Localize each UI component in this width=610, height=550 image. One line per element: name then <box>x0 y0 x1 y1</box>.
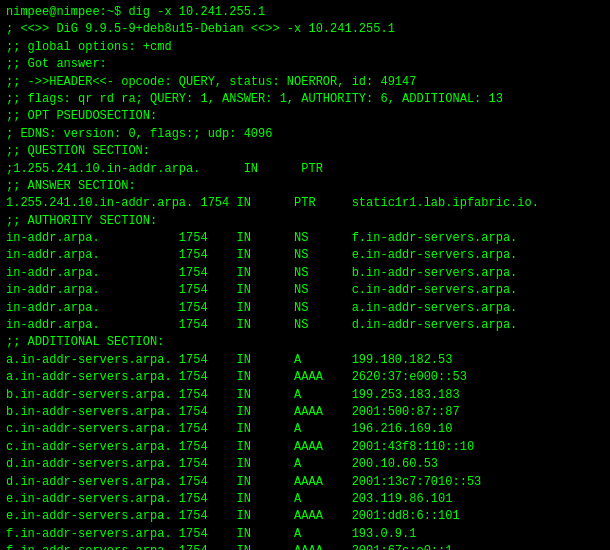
terminal-line: c.in-addr-servers.arpa. 1754 IN AAAA 200… <box>6 439 604 456</box>
terminal-line: b.in-addr-servers.arpa. 1754 IN A 199.25… <box>6 387 604 404</box>
terminal-line: in-addr.arpa. 1754 IN NS d.in-addr-serve… <box>6 317 604 334</box>
terminal-line: in-addr.arpa. 1754 IN NS b.in-addr-serve… <box>6 265 604 282</box>
terminal-line: ;; ->>HEADER<<- opcode: QUERY, status: N… <box>6 74 604 91</box>
terminal-line: ;; Got answer: <box>6 56 604 73</box>
terminal-line: nimpee@nimpee:~$ dig -x 10.241.255.1 <box>6 4 604 21</box>
terminal-line: ;1.255.241.10.in-addr.arpa. IN PTR <box>6 161 604 178</box>
terminal-line: ;; QUESTION SECTION: <box>6 143 604 160</box>
terminal-line: c.in-addr-servers.arpa. 1754 IN A 196.21… <box>6 421 604 438</box>
terminal-line: d.in-addr-servers.arpa. 1754 IN AAAA 200… <box>6 474 604 491</box>
terminal-line: in-addr.arpa. 1754 IN NS a.in-addr-serve… <box>6 300 604 317</box>
terminal-line: b.in-addr-servers.arpa. 1754 IN AAAA 200… <box>6 404 604 421</box>
terminal-line: ; <<>> DiG 9.9.5-9+deb8u15-Debian <<>> -… <box>6 21 604 38</box>
terminal-line: in-addr.arpa. 1754 IN NS f.in-addr-serve… <box>6 230 604 247</box>
terminal-line: ;; flags: qr rd ra; QUERY: 1, ANSWER: 1,… <box>6 91 604 108</box>
terminal-line: a.in-addr-servers.arpa. 1754 IN A 199.18… <box>6 352 604 369</box>
terminal-line: d.in-addr-servers.arpa. 1754 IN A 200.10… <box>6 456 604 473</box>
terminal-line: 1.255.241.10.in-addr.arpa. 1754 IN PTR s… <box>6 195 604 212</box>
terminal-line: ;; global options: +cmd <box>6 39 604 56</box>
terminal-line: e.in-addr-servers.arpa. 1754 IN A 203.11… <box>6 491 604 508</box>
terminal-line: ; EDNS: version: 0, flags:; udp: 4096 <box>6 126 604 143</box>
terminal-output: nimpee@nimpee:~$ dig -x 10.241.255.1; <<… <box>6 4 604 550</box>
terminal-window: nimpee@nimpee:~$ dig -x 10.241.255.1; <<… <box>0 0 610 550</box>
terminal-line: ;; OPT PSEUDOSECTION: <box>6 108 604 125</box>
terminal-line: ;; AUTHORITY SECTION: <box>6 213 604 230</box>
terminal-line: in-addr.arpa. 1754 IN NS e.in-addr-serve… <box>6 247 604 264</box>
terminal-line: f.in-addr-servers.arpa. 1754 IN AAAA 200… <box>6 543 604 550</box>
terminal-line: f.in-addr-servers.arpa. 1754 IN A 193.0.… <box>6 526 604 543</box>
terminal-line: e.in-addr-servers.arpa. 1754 IN AAAA 200… <box>6 508 604 525</box>
terminal-line: a.in-addr-servers.arpa. 1754 IN AAAA 262… <box>6 369 604 386</box>
terminal-line: in-addr.arpa. 1754 IN NS c.in-addr-serve… <box>6 282 604 299</box>
terminal-line: ;; ADDITIONAL SECTION: <box>6 334 604 351</box>
terminal-line: ;; ANSWER SECTION: <box>6 178 604 195</box>
